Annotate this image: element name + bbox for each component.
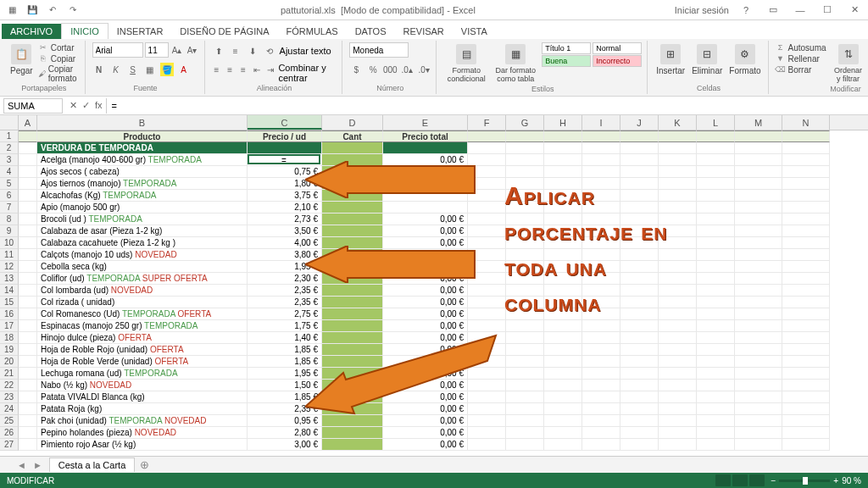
cell[interactable]	[582, 332, 620, 344]
cell[interactable]	[782, 415, 830, 427]
tab-datos[interactable]: DATOS	[347, 24, 395, 39]
cell[interactable]: 0,00 €	[383, 214, 468, 225]
cell[interactable]	[544, 391, 582, 403]
cell[interactable]: Coliflor (ud) TEMPORADA SUPER OFERTA	[37, 273, 248, 285]
sheet-tab-active[interactable]: Cesta a la Carta	[49, 458, 135, 472]
fill-button[interactable]: ▼Rellenar	[776, 53, 826, 64]
cell[interactable]	[19, 273, 37, 285]
cell[interactable]	[19, 214, 37, 225]
cell[interactable]	[322, 214, 383, 225]
cell[interactable]	[322, 225, 383, 237]
cell[interactable]	[19, 332, 37, 344]
percent-icon[interactable]: %	[366, 63, 380, 76]
tab-revisar[interactable]: REVISAR	[395, 24, 453, 39]
cell[interactable]	[782, 427, 830, 439]
grow-font-icon[interactable]: A▴	[170, 43, 184, 57]
cell[interactable]	[582, 356, 620, 368]
bold-button[interactable]: N	[92, 63, 106, 76]
formula-input[interactable]: =	[106, 98, 868, 114]
zoom-out-icon[interactable]: −	[771, 476, 776, 485]
cell[interactable]: 0,00 €	[383, 439, 468, 451]
cell[interactable]	[735, 308, 782, 320]
cell[interactable]	[544, 368, 582, 380]
font-size-input[interactable]	[145, 42, 169, 58]
cell[interactable]	[19, 439, 37, 451]
cell[interactable]	[735, 403, 782, 415]
cell[interactable]	[782, 249, 830, 261]
cell[interactable]	[544, 415, 582, 427]
cell[interactable]	[697, 273, 735, 285]
cell[interactable]	[735, 344, 782, 356]
cell[interactable]	[782, 391, 830, 403]
cell[interactable]	[468, 415, 506, 427]
cancel-formula-icon[interactable]: ✕	[70, 100, 77, 111]
cell[interactable]	[544, 344, 582, 356]
row-header[interactable]: 7	[0, 202, 19, 214]
cell[interactable]	[582, 130, 620, 142]
cell[interactable]	[19, 415, 37, 427]
col-header-c[interactable]: C	[248, 115, 322, 130]
row-header[interactable]: 5	[0, 178, 19, 190]
cell[interactable]	[735, 130, 782, 142]
cell[interactable]: 0,00 €	[383, 415, 468, 427]
delete-cells-button[interactable]: ⊟Eliminar	[690, 42, 724, 77]
cell[interactable]: Precio total	[383, 130, 468, 142]
ribbon-options-icon[interactable]: ▭	[763, 3, 783, 18]
cell[interactable]	[659, 356, 697, 368]
cut-button[interactable]: ✂Cortar	[38, 42, 80, 53]
cell[interactable]	[782, 166, 830, 178]
sort-filter-button[interactable]: ⇅Ordenar y filtrar	[830, 42, 867, 85]
cell[interactable]	[697, 356, 735, 368]
cell[interactable]: 2,35 €	[248, 297, 322, 308]
row-header[interactable]: 6	[0, 190, 19, 202]
cell[interactable]	[506, 368, 544, 380]
cell[interactable]	[322, 142, 383, 154]
cell[interactable]	[735, 297, 782, 308]
cell[interactable]	[19, 380, 37, 391]
cell[interactable]	[544, 356, 582, 368]
cell[interactable]	[697, 297, 735, 308]
row-header[interactable]: 27	[0, 439, 19, 451]
tab-formulas[interactable]: FÓRMULAS	[278, 24, 347, 39]
cell[interactable]	[697, 320, 735, 332]
style-buena[interactable]: Buena	[542, 55, 591, 67]
cell[interactable]	[19, 142, 37, 154]
cell[interactable]	[620, 166, 659, 178]
cell[interactable]	[782, 308, 830, 320]
cell[interactable]: Cebolla seca (kg)	[37, 261, 248, 273]
cell[interactable]: 2,75 €	[248, 308, 322, 320]
cell[interactable]: VERDURA DE TEMPORADA	[37, 142, 248, 154]
cell[interactable]: Patata Roja (kg)	[37, 403, 248, 415]
cell[interactable]	[322, 297, 383, 308]
cell[interactable]	[735, 237, 782, 249]
cell[interactable]	[735, 261, 782, 273]
cell[interactable]: Calabaza cacahuete (Pieza 1-2 kg )	[37, 237, 248, 249]
cell[interactable]	[544, 427, 582, 439]
cell[interactable]	[659, 391, 697, 403]
col-header-a[interactable]: A	[19, 115, 37, 130]
cell[interactable]	[19, 368, 37, 380]
underline-button[interactable]: S	[126, 63, 140, 76]
cell[interactable]	[782, 439, 830, 451]
zoom-slider[interactable]	[779, 480, 830, 482]
cell[interactable]	[468, 214, 506, 225]
cell[interactable]	[735, 391, 782, 403]
row-header[interactable]: 19	[0, 344, 19, 356]
cell[interactable]	[782, 214, 830, 225]
cell[interactable]	[468, 225, 506, 237]
cell[interactable]	[506, 142, 544, 154]
save-icon[interactable]: 💾	[24, 3, 41, 18]
cell[interactable]	[697, 202, 735, 214]
cell[interactable]	[544, 439, 582, 451]
cell[interactable]	[544, 380, 582, 391]
style-titulo1[interactable]: Título 1	[542, 42, 591, 54]
cell[interactable]	[697, 308, 735, 320]
row-header[interactable]: 9	[0, 225, 19, 237]
cell[interactable]	[19, 190, 37, 202]
tab-insertar[interactable]: INSERTAR	[108, 24, 172, 39]
cell-styles-gallery[interactable]: Título 1 Normal Buena Incorrecto	[542, 42, 642, 67]
cell[interactable]	[19, 154, 37, 166]
sign-in-link[interactable]: Iniciar sesión	[675, 5, 729, 15]
minimize-icon[interactable]: —	[790, 3, 810, 18]
cell[interactable]	[782, 285, 830, 297]
